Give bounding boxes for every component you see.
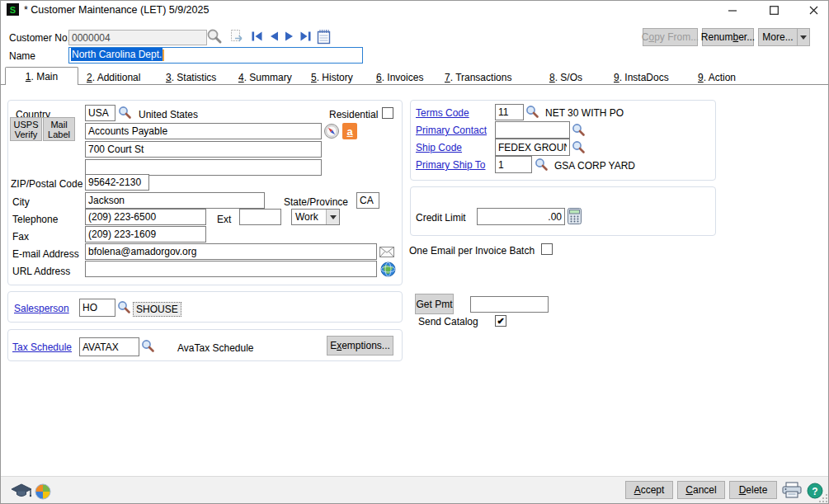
tab-summary[interactable]: 4. Summary [238,72,292,83]
printer-icon[interactable] [782,482,802,502]
tab-sos[interactable]: 8. S/Os [549,72,582,83]
ext-input[interactable] [239,209,281,225]
calculator-icon[interactable] [568,208,582,227]
text-caret [163,49,164,61]
one-email-checkbox[interactable] [541,243,553,255]
telephone-label: Telephone [12,214,58,225]
fax-label: Fax [12,231,29,243]
primary-ship-to-link[interactable]: Primary Ship To [416,159,485,171]
primary-ship-to-input[interactable] [495,156,532,173]
credit-limit-input[interactable] [477,208,565,225]
primary-contact-lookup-icon[interactable] [572,123,586,139]
next-number-icon[interactable] [229,28,246,47]
usps-verify-button[interactable]: USPSVerify [10,117,42,141]
accept-button[interactable]: Accept [625,481,673,499]
ship-code-link[interactable]: Ship Code [416,142,462,153]
get-pmt-input[interactable] [470,296,549,313]
chevron-down-icon[interactable] [326,210,339,224]
zip-input[interactable] [85,174,149,191]
cancel-button[interactable]: Cancel [677,481,725,499]
tab-action[interactable]: 9. Action [698,72,736,83]
tab-history[interactable]: 5. History [311,72,353,83]
salesperson-link[interactable]: Salesperson [14,303,69,314]
nav-next-icon[interactable] [285,31,294,45]
more-button[interactable]: More... [758,28,798,46]
pinwheel-icon[interactable] [35,483,51,502]
minimize-icon [728,6,737,15]
tab-statistics[interactable]: 3. Statistics [166,72,216,83]
close-button[interactable] [796,1,829,19]
tab-instadocs[interactable]: 9. InstaDocs [614,72,669,83]
tax-lookup-icon[interactable] [141,339,155,356]
map-compass-icon[interactable] [323,123,340,142]
delete-button[interactable]: Delete [729,481,777,499]
minimize-button[interactable] [715,1,750,19]
ext-label: Ext [217,214,231,225]
primary-ship-to-lookup-icon[interactable] [535,158,549,174]
zip-label: ZIP/Postal Code [11,178,82,190]
mail-label-button[interactable]: MailLabel [43,117,75,141]
svg-text:?: ? [812,486,817,497]
city-label: City [12,196,30,208]
exemptions-button[interactable]: Exemptions... [327,336,393,356]
tab-main[interactable]: 1. Main [5,67,78,85]
primary-contact-input[interactable] [495,121,570,139]
salesperson-description: SHOUSE [133,302,181,317]
address-line1-input[interactable] [85,123,322,139]
name-input[interactable]: North Carolina Dept. [68,47,363,64]
state-label: State/Province [284,196,348,208]
resize-grip[interactable] [818,493,828,504]
address-line2-input[interactable] [85,141,322,158]
terms-code-input[interactable] [495,104,524,120]
more-dropdown-button[interactable] [797,28,810,46]
state-input[interactable] [356,192,379,209]
one-email-label: One Email per Invoice Batch [409,245,535,257]
nav-previous-icon[interactable] [269,31,279,45]
tax-schedule-input[interactable] [79,337,139,356]
maximize-icon [770,6,779,15]
salesperson-lookup-icon[interactable] [117,300,131,317]
maximize-button[interactable] [756,1,791,19]
terms-lookup-icon[interactable] [525,105,539,121]
ship-code-lookup-icon[interactable] [572,140,586,157]
residential-label: Residential [329,109,378,120]
customer-no-input[interactable] [68,30,207,45]
country-lookup-icon[interactable] [118,106,132,122]
ship-code-input[interactable] [495,139,570,156]
customer-maintenance-window: S * Customer Maintenance (LET) 5/9/2025 … [0,0,829,504]
copy-from-button[interactable]: Copy From... [643,28,698,46]
customer-lookup-icon[interactable] [206,28,223,47]
send-catalog-checkbox[interactable]: ✔ [495,315,506,327]
credit-limit-label: Credit Limit [416,212,466,224]
tab-transactions[interactable]: 7. Transactions [445,72,511,83]
renumber-button[interactable]: Renumber... [702,28,754,46]
get-pmt-button[interactable]: Get Pmt [415,294,454,314]
check-icon: ✔ [497,316,504,327]
city-input[interactable] [85,192,265,209]
envelope-icon[interactable] [379,247,394,260]
globe-icon[interactable] [380,261,396,280]
address-line3-input[interactable] [85,159,322,176]
avalara-address-icon[interactable]: a [342,123,357,139]
email-input[interactable] [85,243,377,260]
tab-additional[interactable]: 2. Additional [87,72,140,83]
customer-no-label: Customer No. [9,32,70,44]
name-label: Name [9,50,35,62]
fax-input[interactable] [85,226,206,243]
send-catalog-label: Send Catalog [418,316,478,327]
phone-type-select[interactable]: Work [291,209,340,225]
salesperson-input[interactable] [79,299,115,317]
url-input[interactable] [85,261,377,277]
training-cap-icon[interactable] [11,483,33,502]
ship-to-description: GSA CORP YARD [554,160,635,172]
nav-first-icon[interactable] [251,31,263,45]
tax-schedule-link[interactable]: Tax Schedule [12,341,72,353]
primary-contact-link[interactable]: Primary Contact [416,125,487,136]
terms-code-link[interactable]: Terms Code [416,107,469,119]
residential-checkbox[interactable] [382,107,393,119]
country-input[interactable] [85,105,115,121]
telephone-input[interactable] [85,209,206,225]
tab-invoices[interactable]: 6. Invoices [376,72,423,83]
memo-icon[interactable] [317,29,331,47]
nav-last-icon[interactable] [299,31,312,45]
